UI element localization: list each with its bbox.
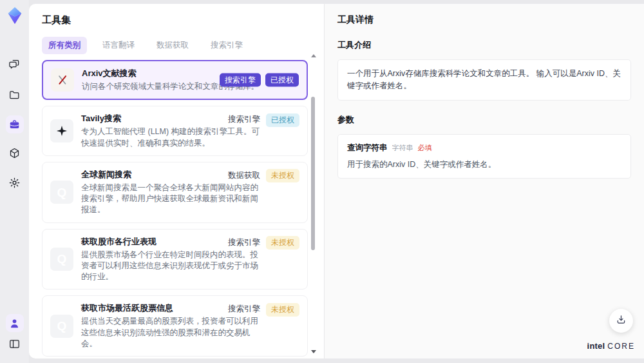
- toolbox-icon: [8, 119, 21, 131]
- app-logo-icon: [5, 6, 24, 25]
- left-rail: [0, 0, 29, 363]
- tool-description: 专为人工智能代理 (LLM) 构建的搜索引擎工具。可快速提供实时、准确和真实的结…: [81, 126, 266, 149]
- tool-list: Arxiv文献搜索访问各个研究领域大量科学论文和文章的存储库。搜索引擎已授权Ta…: [42, 60, 308, 358]
- tool-list-pane: 工具集 所有类别语言翻译数据获取搜索引擎 Arxiv文献搜索访问各个研究领域大量…: [29, 4, 324, 358]
- layout-panel-icon: [8, 338, 21, 350]
- page-title: 工具集: [42, 14, 324, 26]
- scroll-down-icon[interactable]: [311, 350, 316, 353]
- chat-icon: [8, 58, 21, 70]
- tab-all-categories[interactable]: 所有类别: [42, 37, 87, 54]
- sidebar-item-folder[interactable]: [6, 86, 24, 104]
- auth-status-badge: 未授权: [266, 236, 299, 250]
- intel-core-logo: intel CORE: [587, 341, 635, 351]
- settings-icon: [8, 177, 21, 189]
- sidebar-item-layout-panel[interactable]: [6, 335, 24, 353]
- scrollbar-track[interactable]: [310, 53, 316, 355]
- scroll-up-icon[interactable]: [311, 54, 316, 57]
- cube-icon: [8, 147, 21, 159]
- scrollbar-thumb[interactable]: [311, 97, 315, 250]
- intro-text: 一个用于从Arxiv存储库搜索科学论文和文章的工具。 输入可以是Arxiv ID…: [347, 68, 621, 92]
- tab-2[interactable]: 数据获取: [150, 37, 195, 54]
- auth-status-badge: 未授权: [266, 169, 299, 182]
- params-heading: 参数: [337, 114, 631, 126]
- sidebar-item-settings[interactable]: [6, 173, 24, 191]
- app-window: 工具集 所有类别语言翻译数据获取搜索引擎 Arxiv文献搜索访问各个研究领域大量…: [0, 0, 644, 363]
- tab-3[interactable]: 搜索引擎: [204, 37, 249, 54]
- sidebar-item-user[interactable]: [6, 314, 24, 332]
- news-q-icon: Q: [50, 315, 73, 338]
- tool-card[interactable]: Q全球新闻搜索全球新闻搜索是一个聚合全球各大新闻网站内容的搜索引擎，帮助用户快速…: [42, 162, 308, 223]
- tool-description: 全球新闻搜索是一个聚合全球各大新闻网站内容的搜索引擎，帮助用户快速获取全球最新资…: [81, 182, 266, 216]
- sidebar-item-toolbox[interactable]: [6, 115, 24, 133]
- tool-description: 提供股票市场各个行业在特定时间段内的表现。投资者可以利用这些信息来识别表现优于或…: [81, 250, 266, 283]
- param-type: 字符串: [392, 143, 413, 153]
- param-name: 查询字符串: [347, 142, 388, 153]
- tool-description: 提供当天交易量最高的股票列表，投资者可以利用这些信息来识别流动性强的股票和潜在的…: [81, 316, 266, 349]
- tool-card[interactable]: Arxiv文献搜索访问各个研究领域大量科学论文和文章的存储库。搜索引擎已授权: [42, 60, 308, 100]
- arxiv-icon: [51, 68, 74, 92]
- user-icon: [8, 317, 21, 329]
- auth-status-badge: 已授权: [266, 113, 299, 127]
- download-icon: [615, 313, 627, 328]
- news-q-icon: Q: [50, 181, 73, 204]
- tavily-icon: [50, 119, 73, 142]
- category-tabs: 所有类别语言翻译数据获取搜索引擎: [42, 37, 324, 54]
- tab-1[interactable]: 语言翻译: [96, 37, 141, 54]
- core-wordmark: CORE: [607, 342, 635, 351]
- parameter-card: 查询字符串 字符串 必填 用于搜索的Arxiv ID、关键字或作者姓名。: [337, 134, 631, 179]
- intel-wordmark: intel: [587, 341, 605, 351]
- folder-icon: [8, 89, 21, 101]
- download-button[interactable]: [609, 309, 633, 333]
- param-description: 用于搜索的Arxiv ID、关键字或作者姓名。: [347, 159, 621, 170]
- detail-title: 工具详情: [337, 14, 631, 26]
- category-badge: 搜索引擎: [227, 302, 261, 317]
- intro-card: 一个用于从Arxiv存储库搜索科学论文和文章的工具。 输入可以是Arxiv ID…: [337, 59, 631, 101]
- auth-status-badge: 已授权: [265, 74, 299, 87]
- category-badge: 搜索引擎: [227, 113, 261, 127]
- sidebar-item-chat[interactable]: [6, 55, 24, 73]
- auth-status-badge: 未授权: [266, 303, 299, 317]
- tool-card[interactable]: Tavily搜索专为人工智能代理 (LLM) 构建的搜索引擎工具。可快速提供实时…: [42, 106, 308, 156]
- tool-detail-pane: 工具详情 工具介绍 一个用于从Arxiv存储库搜索科学论文和文章的工具。 输入可…: [324, 4, 644, 358]
- category-badge: 数据获取: [227, 169, 261, 183]
- category-badge: 搜索引擎: [220, 74, 261, 87]
- category-badge: 搜索引擎: [227, 236, 261, 250]
- content-area: 工具集 所有类别语言翻译数据获取搜索引擎 Arxiv文献搜索访问各个研究领域大量…: [29, 4, 644, 358]
- sidebar-item-cube[interactable]: [6, 144, 24, 162]
- tool-card[interactable]: Q获取股市各行业表现提供股票市场各个行业在特定时间段内的表现。投资者可以利用这些…: [42, 229, 308, 290]
- news-q-icon: Q: [50, 248, 73, 271]
- tool-card[interactable]: Q获取市场最活跃股票信息提供当天交易量最高的股票列表，投资者可以利用这些信息来识…: [42, 295, 308, 357]
- param-required-flag: 必填: [418, 143, 432, 153]
- intro-heading: 工具介绍: [337, 39, 631, 51]
